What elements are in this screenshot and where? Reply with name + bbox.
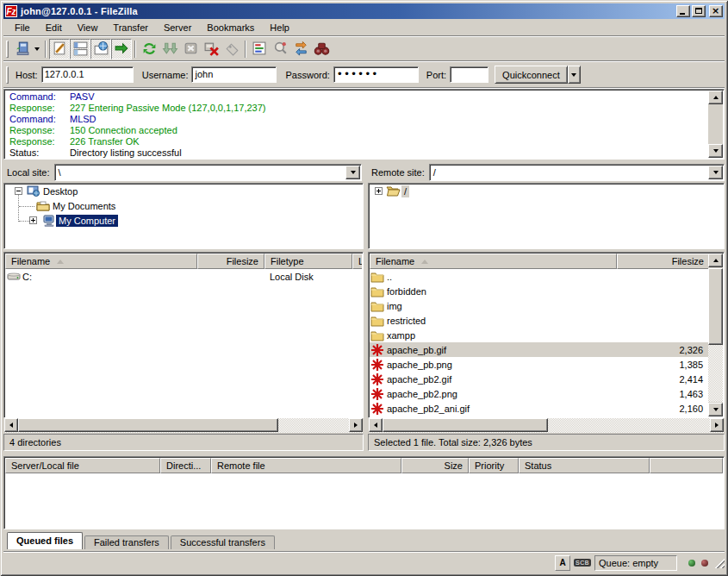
column-header-server-local-file[interactable]: Server/Local file [5,458,160,473]
file-row[interactable]: .. [370,269,708,284]
image-file-icon [370,387,384,401]
filter-button[interactable] [249,39,270,59]
scroll-left-button[interactable] [369,418,383,432]
scroll-down-button[interactable] [708,144,723,158]
folder-icon [370,270,384,284]
quickbar-grip[interactable] [6,66,9,84]
local-site-combo[interactable]: \ [54,164,362,181]
column-header-remote-file[interactable]: Remote file [211,458,401,473]
tree-label[interactable]: My Computer [56,215,118,227]
remote-hscrollbar[interactable] [369,418,724,433]
quickconnect-button[interactable]: Quickconnect [495,66,568,84]
disconnect-button[interactable] [201,39,221,59]
scroll-right-button[interactable] [710,418,724,432]
menu-view[interactable]: View [70,21,106,34]
toggle-local-tree-button[interactable] [70,39,90,59]
column-header-modified[interactable]: L [352,254,362,269]
column-header-priority[interactable]: Priority [469,458,519,473]
combo-dropdown-icon[interactable] [345,166,360,179]
scroll-thumb[interactable] [708,268,723,345]
tree-item-desktop[interactable]: Desktop [4,184,363,198]
scroll-up-button[interactable] [708,254,723,267]
column-header-direction[interactable]: Directi... [160,458,211,473]
tree-item-root[interactable]: / [369,184,724,198]
scroll-right-button[interactable] [349,418,363,432]
site-manager-dropdown[interactable] [32,40,42,59]
file-row[interactable]: apache_pb2.gif 2,414 [370,372,708,386]
file-row[interactable]: forbidden [370,284,708,298]
column-header-size[interactable]: Size [401,458,469,473]
find-files-button[interactable] [311,39,332,59]
my-computer-icon [42,214,56,228]
column-header-filename[interactable]: Filename [370,254,617,269]
file-row[interactable]: img [370,298,708,313]
file-row-c-drive[interactable]: C: Local Disk [5,269,362,284]
file-row[interactable]: apache_pb2.png 1,463 [370,386,708,401]
menu-edit[interactable]: Edit [38,21,70,34]
remote-site-combo[interactable]: / [429,164,725,181]
local-hscrollbar[interactable] [4,418,363,433]
tab-queued-files[interactable]: Queued files [7,532,83,549]
file-row[interactable]: apache_pb.png 1,385 [370,357,708,372]
speed-limit-icon[interactable]: SCB [574,559,591,567]
transfer-type-icon[interactable]: A [555,555,570,571]
process-queue-button[interactable] [159,39,180,59]
port-input[interactable] [450,66,488,83]
column-header-filesize[interactable]: Filesize [617,254,708,269]
tree-label[interactable]: / [401,185,409,197]
separator [45,41,47,58]
menu-transfer[interactable]: Transfer [105,21,156,34]
tree-item-my-documents[interactable]: My Documents [4,198,363,213]
username-input[interactable]: john [191,66,277,83]
scroll-down-button[interactable] [708,403,723,416]
column-header-filename[interactable]: Filename [5,254,197,269]
tree-label[interactable]: Desktop [40,185,80,197]
menu-bookmarks[interactable]: Bookmarks [199,21,262,34]
quickconnect-dropdown[interactable] [568,66,581,84]
close-button[interactable]: × [709,5,723,17]
compare-button[interactable] [270,39,290,59]
toolbar-grip[interactable] [6,41,9,58]
resize-grip[interactable] [713,557,725,568]
scroll-up-button[interactable] [708,91,723,104]
column-header-filetype[interactable]: Filetype [264,254,352,269]
scroll-left-button[interactable] [4,418,18,432]
file-row[interactable]: apache_pb2_ani.gif 2,160 [370,401,708,416]
file-row[interactable]: restricted [370,313,708,328]
host-input[interactable]: 127.0.0.1 [41,66,134,83]
tab-failed-transfers[interactable]: Failed transfers [84,535,169,549]
cancel-button[interactable] [180,39,201,59]
sync-browsing-button[interactable] [290,39,311,59]
file-row[interactable]: xampp [370,328,708,342]
log-view-icon [52,41,68,57]
remote-site-bar: Remote site: / [371,164,725,181]
scroll-thumb[interactable] [18,418,278,432]
menu-help[interactable]: Help [262,21,297,34]
toggle-queue-button[interactable] [111,39,132,59]
maximize-button[interactable] [692,5,706,17]
reconnect-button[interactable] [221,39,242,59]
toggle-log-button[interactable] [49,39,70,59]
file-row-selected[interactable]: apache_pb.gif 2,326 [370,342,708,357]
menu-server[interactable]: Server [156,21,199,34]
expand-icon[interactable] [375,187,383,195]
menu-file[interactable]: File [7,21,38,34]
expand-icon[interactable] [29,216,37,224]
collapse-icon[interactable] [15,187,22,195]
column-header-status[interactable]: Status [519,458,650,473]
scroll-thumb[interactable] [383,418,548,432]
site-manager-button[interactable] [11,39,32,59]
toggle-remote-tree-button[interactable] [90,39,111,59]
combo-dropdown-icon[interactable] [708,166,723,179]
log-scrollbar[interactable] [708,91,723,158]
refresh-button[interactable] [139,39,159,59]
tree-item-my-computer[interactable]: My Computer [4,213,363,228]
column-header-filesize[interactable]: Filesize [197,254,264,269]
minimize-button[interactable] [676,5,690,17]
process-queue-icon [162,41,178,57]
remote-vscrollbar[interactable] [708,254,723,416]
tab-successful-transfers[interactable]: Successful transfers [171,535,275,549]
scroll-track[interactable] [708,345,723,402]
tree-label[interactable]: My Documents [50,200,118,212]
password-input[interactable]: •••••• [333,66,419,83]
